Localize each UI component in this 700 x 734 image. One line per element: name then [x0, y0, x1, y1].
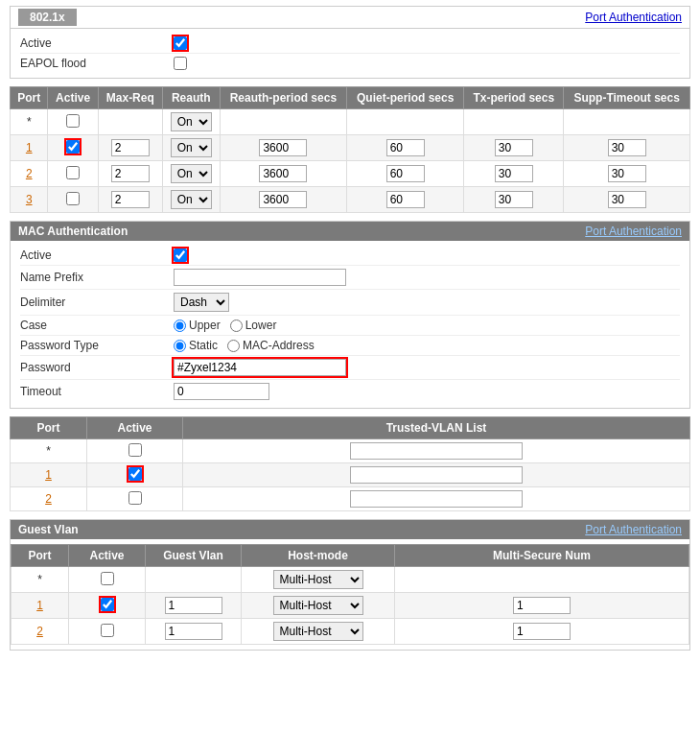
mac-password-mac-label[interactable]: MAC-Address	[227, 339, 315, 352]
dot1x-reauth[interactable]: OnOff	[162, 109, 220, 135]
dot1x-max-req-input[interactable]	[111, 191, 150, 208]
mac-port-link[interactable]: 1	[45, 468, 52, 482]
gv-multi-secure-cell[interactable]	[395, 567, 689, 593]
dot1x-port[interactable]: 2	[11, 161, 48, 187]
dot1x-supp-timeout[interactable]	[564, 109, 690, 135]
dot1x-qp-input[interactable]	[386, 139, 425, 156]
mac-port[interactable]: 2	[11, 487, 87, 511]
dot1x-st-input[interactable]	[608, 191, 646, 208]
dot1x-quiet-period[interactable]	[347, 109, 464, 135]
mac-active-cell[interactable]	[87, 439, 183, 463]
dot1x-st-input[interactable]	[608, 165, 646, 182]
dot1x-reauth-period[interactable]	[220, 135, 347, 161]
gv-host-mode-cell[interactable]: Multi-HostMulti-SecureSingle	[242, 567, 395, 593]
gv-host-mode-cell[interactable]: Multi-HostMulti-SecureSingle	[242, 619, 395, 645]
gv-port[interactable]: 2	[12, 619, 69, 645]
mac-active-checkbox[interactable]	[174, 249, 187, 262]
dot1x-reauth[interactable]: OnOff	[162, 161, 220, 187]
mac-port-link[interactable]: 2	[45, 492, 52, 506]
dot1x-port-link[interactable]: 2	[26, 167, 33, 180]
mac-active-cell[interactable]	[87, 463, 183, 487]
dot1x-supp-timeout[interactable]	[564, 161, 690, 187]
dot1x-qp-input[interactable]	[386, 191, 425, 208]
gv-host-mode-select[interactable]: Multi-HostMulti-SecureSingle	[273, 622, 363, 641]
dot1x-tx-period[interactable]	[464, 109, 564, 135]
mac-case-lower-label[interactable]: Lower	[230, 319, 277, 332]
dot1x-max-req[interactable]	[98, 161, 162, 187]
gv-multi-secure-input[interactable]	[513, 597, 571, 614]
dot1x-port-link[interactable]: 3	[26, 193, 33, 206]
mac-auth-port-auth-link[interactable]: Port Authentication	[585, 225, 682, 238]
dot1x-reauth[interactable]: OnOff	[162, 135, 220, 161]
dot1x-row-active-cb[interactable]	[66, 114, 80, 128]
dot1x-rp-input[interactable]	[259, 139, 307, 156]
mac-password-input[interactable]	[174, 359, 346, 376]
gv-active-cell[interactable]	[69, 619, 146, 645]
gv-vlan-input[interactable]	[165, 597, 222, 614]
mac-port[interactable]: 1	[11, 463, 87, 487]
mac-row-active-cb[interactable]	[128, 491, 142, 505]
dot1x-quiet-period[interactable]	[347, 135, 464, 161]
gv-host-mode-select[interactable]: Multi-HostMulti-SecureSingle	[273, 596, 363, 615]
gv-host-mode-select[interactable]: Multi-HostMulti-SecureSingle	[273, 570, 363, 589]
dot1x-qp-input[interactable]	[386, 165, 425, 182]
mac-row-active-cb[interactable]	[128, 467, 142, 481]
mac-case-upper-label[interactable]: Upper	[174, 319, 221, 332]
dot1x-quiet-period[interactable]	[347, 187, 464, 213]
dot1x-reauth-period[interactable]	[220, 161, 347, 187]
gv-guest-vlan-cell[interactable]	[146, 619, 242, 645]
mac-vlan-input[interactable]	[350, 442, 523, 460]
dot1x-row-active-cb[interactable]	[66, 140, 80, 154]
dot1x-port-auth-link[interactable]: Port Authentication	[585, 11, 682, 24]
dot1x-supp-timeout[interactable]	[564, 187, 690, 213]
dot1x-port[interactable]: 3	[11, 187, 48, 213]
gv-multi-secure-cell[interactable]	[395, 593, 689, 619]
dot1x-port[interactable]: 1	[11, 135, 48, 161]
gv-row-active-cb[interactable]	[101, 598, 114, 611]
dot1x-active-cell[interactable]	[48, 161, 98, 187]
dot1x-max-req-input[interactable]	[111, 165, 150, 182]
gv-active-cell[interactable]	[69, 567, 146, 593]
mac-delimiter-select[interactable]: Dash Colon None	[174, 293, 229, 312]
gv-guest-vlan-cell[interactable]	[146, 593, 242, 619]
gv-multi-secure-cell[interactable]	[395, 619, 689, 645]
mac-timeout-input[interactable]	[174, 383, 269, 400]
dot1x-reauth-select[interactable]: OnOff	[171, 138, 212, 157]
dot1x-active-cell[interactable]	[48, 135, 98, 161]
mac-trusted-vlan[interactable]	[183, 487, 690, 511]
dot1x-tx-period[interactable]	[464, 161, 564, 187]
gv-active-cell[interactable]	[69, 593, 146, 619]
mac-active-cell[interactable]	[87, 487, 183, 511]
gv-port-link[interactable]: 1	[36, 599, 43, 612]
mac-vlan-input[interactable]	[350, 490, 523, 508]
dot1x-quiet-period[interactable]	[347, 161, 464, 187]
dot1x-max-req[interactable]	[98, 187, 162, 213]
gv-port[interactable]: 1	[12, 593, 69, 619]
dot1x-rp-input[interactable]	[259, 165, 307, 182]
dot1x-reauth-select[interactable]: OnOff	[171, 112, 212, 131]
dot1x-reauth-period[interactable]	[220, 109, 347, 135]
gv-multi-secure-input[interactable]	[513, 623, 571, 640]
mac-trusted-vlan[interactable]	[183, 439, 690, 463]
dot1x-st-input[interactable]	[608, 139, 646, 156]
mac-password-static-label[interactable]: Static	[174, 339, 218, 352]
gv-row-active-cb[interactable]	[101, 624, 114, 637]
dot1x-max-req[interactable]	[98, 109, 162, 135]
gv-port-link[interactable]: 2	[36, 625, 43, 638]
gv-host-mode-cell[interactable]: Multi-HostMulti-SecureSingle	[242, 593, 395, 619]
mac-password-static-radio[interactable]	[174, 340, 186, 352]
dot1x-supp-timeout[interactable]	[564, 135, 690, 161]
dot1x-tx-input[interactable]	[495, 165, 533, 182]
mac-vlan-input[interactable]	[350, 466, 523, 484]
dot1x-row-active-cb[interactable]	[66, 192, 80, 205]
dot1x-tx-period[interactable]	[464, 135, 564, 161]
dot1x-rp-input[interactable]	[259, 191, 307, 208]
dot1x-tx-input[interactable]	[495, 191, 533, 208]
mac-trusted-vlan[interactable]	[183, 463, 690, 487]
mac-row-active-cb[interactable]	[128, 443, 142, 457]
dot1x-row-active-cb[interactable]	[66, 166, 80, 179]
mac-password-mac-radio[interactable]	[227, 340, 240, 352]
gv-guest-vlan-cell[interactable]	[146, 567, 242, 593]
dot1x-active-checkbox[interactable]	[174, 36, 187, 50]
mac-case-lower-radio[interactable]	[230, 320, 243, 332]
